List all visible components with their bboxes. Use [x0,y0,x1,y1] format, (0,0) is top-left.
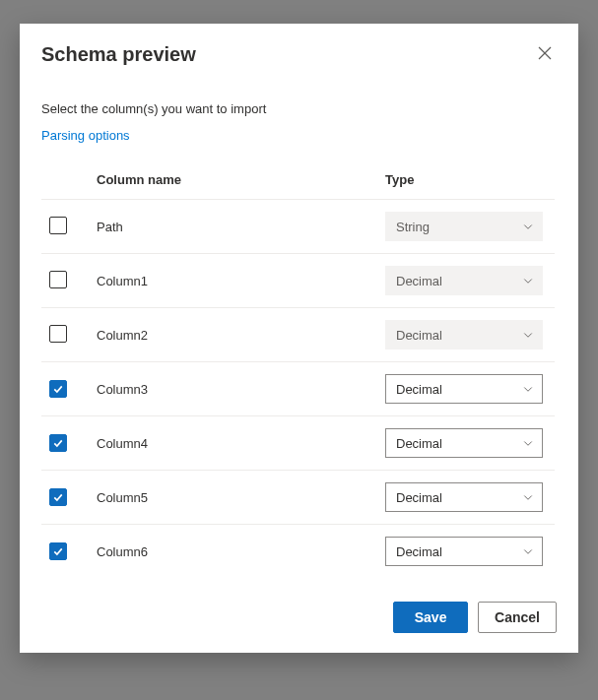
row-checkbox[interactable] [49,434,67,452]
columns-table: Column name Type PathStringColumn1Decima… [41,162,555,578]
column-name-cell: Column4 [89,416,377,471]
type-select-value: Decimal [396,274,442,288]
chevron-down-icon [522,221,534,232]
row-checkbox[interactable] [49,325,67,343]
row-checkbox[interactable] [49,271,67,288]
column-name-cell: Column2 [89,308,377,362]
save-button[interactable]: Save [393,602,468,633]
parsing-options-link[interactable]: Parsing options [41,128,557,143]
dialog-footer: Save Cancel [20,586,578,653]
type-select: String [385,212,543,241]
table-row: Column4Decimal [41,416,555,471]
type-select-value: Decimal [396,490,442,505]
chevron-down-icon [522,383,534,395]
chevron-down-icon [522,329,534,341]
type-select[interactable]: Decimal [385,482,543,512]
table-row: Column5Decimal [41,471,555,525]
row-checkbox[interactable] [49,217,67,234]
dialog-header: Schema preview [20,24,578,78]
type-select[interactable]: Decimal [385,374,543,404]
column-name-cell: Column5 [89,471,377,525]
chevron-down-icon [522,491,534,503]
chevron-down-icon [522,437,534,449]
table-row: PathString [41,200,555,254]
header-checkbox [41,162,89,200]
type-select: Decimal [385,266,543,295]
type-select-value: String [396,220,430,234]
table-row: Column1Decimal [41,254,555,308]
schema-preview-dialog: Schema preview Select the column(s) you … [20,24,578,653]
chevron-down-icon [522,275,534,286]
columns-scroll-area[interactable]: Column name Type PathStringColumn1Decima… [41,162,557,586]
dialog-subtitle: Select the column(s) you want to import [41,101,557,116]
dialog-body: Select the column(s) you want to import … [20,78,578,586]
column-name-cell: Column3 [89,362,377,416]
chevron-down-icon [522,545,534,557]
type-select-value: Decimal [396,328,442,343]
column-name-cell: Column1 [89,254,377,308]
header-column-name: Column name [89,162,377,200]
type-select-value: Decimal [396,544,442,559]
close-button[interactable] [533,41,557,68]
type-select[interactable]: Decimal [385,537,543,566]
table-row: Column3Decimal [41,362,555,416]
row-checkbox[interactable] [49,488,67,506]
column-name-cell: Column6 [89,525,377,579]
dialog-title: Schema preview [41,43,196,66]
type-select: Decimal [385,320,543,350]
type-select[interactable]: Decimal [385,428,543,458]
type-select-value: Decimal [396,382,442,397]
type-select-value: Decimal [396,436,442,451]
close-icon [537,45,553,64]
table-row: Column2Decimal [41,308,555,362]
row-checkbox[interactable] [49,542,67,560]
row-checkbox[interactable] [49,380,67,398]
header-type: Type [377,162,555,200]
cancel-button[interactable]: Cancel [478,602,557,633]
table-row: Column6Decimal [41,525,555,579]
column-name-cell: Path [89,200,377,254]
